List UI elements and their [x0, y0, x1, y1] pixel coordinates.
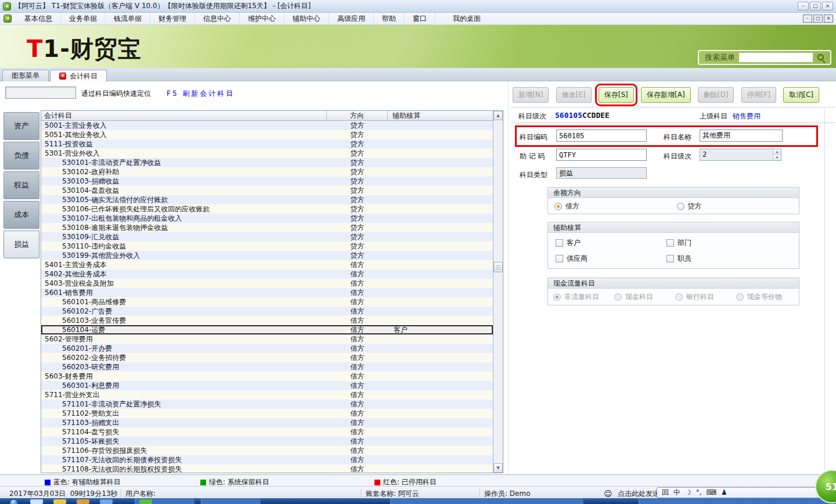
tab-2[interactable]: ×会计科目 — [50, 70, 107, 82]
tab-close-icon[interactable]: × — [59, 73, 66, 80]
table-row[interactable]: 530108-逾期未退包装物押金收益贷方 — [41, 223, 493, 232]
menu-item-7[interactable]: 辅助中心 — [284, 13, 329, 25]
parent-account-value[interactable]: 销售费用 — [733, 111, 761, 121]
scroll-down-icon[interactable]: ▼ — [493, 463, 503, 473]
menu-item-11[interactable]: 我的桌面 — [445, 13, 489, 25]
option-借方[interactable]: 借方 — [554, 201, 677, 211]
ime-user-icon[interactable]: ♟ — [721, 488, 727, 498]
option-贷方[interactable]: 贷方 — [677, 201, 799, 211]
table-row[interactable]: 560203-研究费用借方 — [41, 362, 493, 372]
send-message-link[interactable]: 点击此处发送 — [618, 489, 660, 499]
radio-icon[interactable] — [553, 293, 561, 301]
menu-item-8[interactable]: 高级应用 — [329, 13, 374, 25]
table-row[interactable]: 5001-主营业务收入贷方 — [41, 121, 493, 130]
table-row[interactable]: 530104-盘盈收益贷方 — [41, 186, 493, 195]
option-部门[interactable]: 部门 — [666, 238, 777, 248]
table-row[interactable]: 530199-其他营业外收入贷方 — [41, 251, 493, 260]
checkbox-icon[interactable] — [556, 255, 563, 262]
restore-icon[interactable]: □ — [810, 2, 821, 10]
table-row[interactable]: 530109-汇兑收益贷方 — [41, 232, 493, 242]
radio-icon[interactable] — [675, 293, 683, 301]
table-row[interactable]: 530101-非流动资产处置净收益贷方 — [41, 158, 493, 167]
table-row[interactable]: 571107-无法收回的长期债券投资损失借方 — [41, 455, 493, 465]
table-row[interactable]: 571103-捐赠支出借方 — [41, 418, 493, 427]
table-row[interactable]: 560102-广告费借方 — [41, 307, 493, 316]
smiley-icon[interactable]: ☺ — [604, 489, 612, 498]
table-row[interactable]: 5051-其他业务收入贷方 — [41, 130, 493, 139]
sidebar-item-负债[interactable]: 负债 — [3, 142, 39, 170]
scroll-up-icon[interactable]: ▲ — [493, 111, 503, 120]
table-row[interactable]: 5402-其他业务成本借方 — [41, 269, 493, 279]
ime-punct-icon[interactable]: °, — [696, 488, 702, 498]
taskbar-icon[interactable] — [139, 499, 152, 504]
checkbox-icon[interactable] — [666, 239, 674, 247]
option-客户[interactable]: 客户 — [556, 238, 666, 248]
toolbar-button-7[interactable]: 取消[C] — [783, 87, 819, 103]
account-name-input[interactable] — [700, 129, 783, 142]
search-input[interactable] — [738, 52, 813, 63]
table-row[interactable]: 560202-业务招待费借方 — [41, 353, 493, 362]
option-现金等价物[interactable]: 现金等价物 — [736, 292, 797, 302]
ime-toolbar[interactable]: 回中☽°,⌨♟ — [657, 487, 836, 498]
table-row[interactable]: 5603-财务费用借方 — [41, 372, 493, 381]
table-row[interactable]: 5601-销售费用借方 — [41, 288, 493, 297]
menu-item-4[interactable]: 财务管理 — [150, 13, 195, 25]
close-icon[interactable]: × — [822, 2, 833, 10]
table-row[interactable]: 560301-利息费用借方 — [41, 381, 493, 390]
menu-item-3[interactable]: 钱流单据 — [106, 13, 150, 25]
table-row[interactable]: 560101-商品维修费借方 — [41, 297, 493, 307]
ime-indicator-icon[interactable]: 回 — [662, 488, 669, 498]
ime-keyboard-icon[interactable]: ⌨ — [707, 488, 716, 498]
table-row[interactable]: 571106-存货毁损报废损失借方 — [41, 446, 493, 455]
table-row[interactable]: 530103-捐赠收益贷方 — [41, 177, 493, 186]
spin-down-icon[interactable]: ▼ — [773, 155, 781, 160]
option-职员[interactable]: 职员 — [666, 254, 777, 264]
scroll-thumb[interactable] — [493, 262, 503, 272]
search-icon[interactable] — [817, 54, 824, 60]
toolbar-button-3[interactable]: 保存[S] — [599, 87, 634, 103]
sidebar-item-权益[interactable]: 权益 — [3, 171, 39, 199]
radio-icon[interactable] — [677, 203, 684, 210]
option-银行科目[interactable]: 银行科目 — [675, 292, 736, 302]
spin-up-icon[interactable]: ▲ — [773, 149, 781, 155]
table-row[interactable]: 560201-开办费借方 — [41, 344, 493, 353]
table-row[interactable]: 571102-赞助支出借方 — [41, 409, 493, 418]
taskbar-icon[interactable] — [100, 499, 113, 504]
table-row[interactable]: 571104-盘亏损失借方 — [41, 427, 493, 437]
option-非流量科目[interactable]: 非流量科目 — [553, 292, 614, 302]
table-row[interactable]: 530106-已作坏账损失处理后又收回的应收账款贷方 — [41, 204, 493, 214]
mdi-restore-icon[interactable]: □ — [813, 15, 823, 23]
radio-icon[interactable] — [736, 293, 744, 301]
menu-item-2[interactable]: 业务单据 — [61, 13, 106, 25]
ime-moon-icon[interactable]: ☽ — [685, 488, 691, 498]
menu-item-10[interactable]: 窗口 — [405, 13, 435, 25]
refresh-accounts-link[interactable]: F5 刷新会计科目 — [167, 89, 235, 99]
table-row[interactable]: 560103-业务宣传费借方 — [41, 316, 493, 325]
table-row[interactable]: 5602-管理费用借方 — [41, 334, 493, 344]
table-row[interactable]: 5401-主营业务成本借方 — [41, 260, 493, 269]
table-row[interactable]: 5111-投资收益贷方 — [41, 139, 493, 149]
sidebar-item-损益[interactable]: 损益 — [3, 231, 39, 258]
taskbar-icon[interactable] — [77, 499, 89, 504]
sidebar-item-资产[interactable]: 资产 — [3, 112, 39, 140]
taskbar-section[interactable] — [390, 498, 584, 504]
table-row[interactable]: 5301-营业外收入贷方 — [41, 149, 493, 158]
table-row[interactable]: 530102-政府补助贷方 — [41, 167, 493, 177]
radio-icon[interactable] — [614, 293, 622, 301]
table-row[interactable]: 571105-坏账损失借方 — [41, 437, 493, 446]
table-row[interactable]: 5403-营业税金及附加借方 — [41, 279, 493, 288]
tab-1[interactable]: 图形菜单 — [2, 70, 49, 81]
menu-item-1[interactable]: 基本信息 — [16, 13, 61, 25]
start-orb-icon[interactable] — [9, 499, 19, 504]
mdi-minimize-icon[interactable]: - — [803, 15, 812, 23]
taskbar-icon[interactable] — [53, 499, 66, 504]
sidebar-item-成本[interactable]: 成本 — [3, 201, 39, 229]
quick-locate-input[interactable] — [5, 87, 76, 99]
table-row[interactable]: 571108-无法收回的长期股权投资损失借方 — [41, 465, 493, 473]
radio-icon[interactable] — [554, 203, 562, 210]
menu-item-5[interactable]: 信息中心 — [195, 13, 240, 25]
checkbox-icon[interactable] — [556, 239, 563, 247]
taskbar-section[interactable] — [639, 498, 836, 504]
taskbar-section[interactable] — [201, 498, 261, 504]
account-code-input[interactable] — [556, 129, 647, 142]
